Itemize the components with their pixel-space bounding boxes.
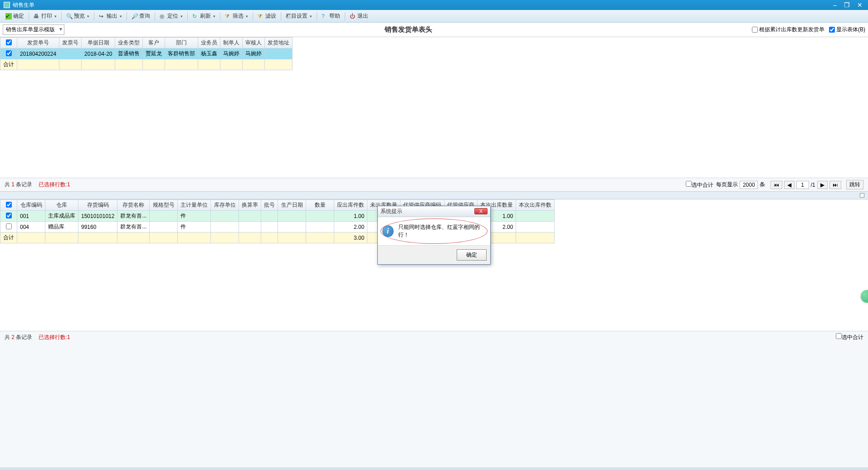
col-header[interactable]: 本次出库件数 [516, 200, 555, 211]
cell-wh-name: 赠品库 [45, 222, 78, 233]
chevron-down-icon: ▾ [54, 14, 57, 19]
perpage-unit: 条 [760, 181, 765, 189]
select-all-checkbox[interactable] [6, 39, 12, 45]
chevron-down-icon: ▾ [87, 14, 89, 19]
col-header[interactable]: 客户 [143, 38, 165, 48]
close-button[interactable]: ✕ [855, 1, 864, 9]
cell-dept: 客群销售部 [165, 48, 198, 59]
cell-unit: 件 [178, 211, 211, 222]
row-checkbox[interactable] [6, 213, 12, 218]
maximize-button[interactable]: ❐ [842, 1, 852, 9]
update-by-stock-input[interactable] [752, 27, 758, 33]
system-dialog: 系统提示 X i 只能同时选择仓库、红蓝字相同的行！ 确定 [377, 206, 491, 265]
show-body-input[interactable] [829, 27, 835, 33]
query-label: 查询 [139, 12, 150, 20]
col-header[interactable]: 存货名称 [117, 200, 150, 211]
toolbar-sep [61, 12, 62, 20]
col-header[interactable]: 单据日期 [82, 38, 115, 48]
total-selected-input[interactable] [836, 333, 842, 339]
perpage-input[interactable] [740, 181, 758, 189]
preview-button[interactable]: 🔍预览▾ [63, 11, 92, 21]
col-header[interactable]: 生产日期 [278, 200, 306, 211]
col-header[interactable]: 发票号 [59, 38, 82, 48]
update-by-stock-checkbox[interactable]: 根据累计出库数更新发货单 [752, 26, 824, 34]
template-select[interactable]: 销售出库单显示模版 [3, 24, 64, 35]
cell-inv-code: 15010101012 [78, 211, 117, 222]
expand-icon[interactable] [860, 193, 864, 198]
col-header[interactable]: 制单人 [220, 38, 243, 48]
col-header[interactable]: 发货地址 [265, 38, 293, 48]
exit-button[interactable]: ⏻退出 [347, 11, 371, 21]
dialog-ok-button[interactable]: 确定 [457, 249, 487, 261]
col-header[interactable]: 存货编码 [78, 200, 117, 211]
help-label: 帮助 [329, 12, 340, 20]
col-header[interactable]: 库存单位 [211, 200, 239, 211]
col-header[interactable]: 发货单号 [17, 38, 59, 48]
col-header[interactable]: 批号 [261, 200, 278, 211]
show-body-checkbox[interactable]: 显示表体(B) [829, 26, 865, 34]
cell-unit: 件 [178, 222, 211, 233]
print-button[interactable]: 🖶打印▾ [31, 11, 59, 21]
col-header[interactable]: 部门 [165, 38, 198, 48]
select-all-checkbox[interactable] [6, 202, 12, 208]
col-header[interactable]: 换算率 [239, 200, 261, 211]
colset-button[interactable]: 栏目设置▾ [283, 11, 315, 21]
next-page-button[interactable]: ▶ [817, 181, 828, 189]
output-button[interactable]: ↪输出▾ [96, 11, 125, 21]
upper-table-wrap: 发货单号 发票号 单据日期 业务类型 客户 部门 业务员 制单人 审核人 发货地… [0, 37, 868, 178]
confirm-button[interactable]: ✔确定 [3, 11, 27, 21]
total-row: 合计 [0, 59, 293, 70]
table-row[interactable]: 201804200224 2018-04-20 普通销售 贾延龙 客群销售部 杨… [0, 48, 293, 59]
col-header[interactable]: 主计量单位 [178, 200, 211, 211]
splitter-bar[interactable] [0, 191, 868, 199]
locate-button[interactable]: ◎定位▾ [157, 11, 185, 21]
row-checkbox[interactable] [6, 50, 12, 56]
col-header[interactable]: 数量 [306, 200, 334, 211]
page-title: 销售发货单表头 [64, 25, 752, 34]
col-header[interactable]: 仓库 [45, 200, 78, 211]
minimize-button[interactable]: – [831, 1, 839, 9]
exit-icon: ⏻ [350, 13, 356, 19]
total-selected-checkbox[interactable]: 选中合计 [686, 181, 713, 189]
filter-label: 筛选 [233, 12, 244, 20]
row-checkbox[interactable] [6, 223, 12, 229]
col-header[interactable]: 规格型号 [150, 200, 178, 211]
total-selected-input[interactable] [686, 181, 692, 187]
select-all-header[interactable] [0, 38, 17, 48]
refresh-button[interactable]: ↻刷新▾ [190, 11, 218, 21]
toolbar-sep [29, 12, 29, 20]
cell-spec [150, 222, 178, 233]
last-page-button[interactable]: ⏭ [829, 181, 841, 189]
total-selected-checkbox[interactable]: 选中合计 [836, 333, 863, 341]
select-all-header[interactable] [0, 200, 17, 211]
col-header[interactable]: 业务类型 [115, 38, 143, 48]
help-button[interactable]: ?帮助 [319, 11, 343, 21]
exit-label: 退出 [357, 12, 368, 20]
col-header[interactable]: 业务员 [198, 38, 220, 48]
filter-button[interactable]: ⧩筛选▾ [222, 11, 251, 21]
col-header[interactable]: 仓库编码 [17, 200, 45, 211]
cell-thispc [516, 211, 555, 222]
printer-icon: 🖶 [34, 13, 40, 19]
chevron-down-icon: ▾ [213, 14, 215, 19]
jump-button[interactable]: 跳转 [846, 180, 863, 189]
toolbar-sep [187, 12, 188, 20]
locate-icon: ◎ [160, 13, 166, 19]
filterset-button[interactable]: ⧩滤设 [255, 11, 279, 21]
cell-qty [306, 211, 334, 222]
col-header[interactable]: 审核人 [243, 38, 265, 48]
prev-page-button[interactable]: ◀ [784, 181, 795, 189]
query-button[interactable]: 🔎查询 [129, 11, 153, 21]
col-header[interactable]: 应出库件数 [334, 200, 367, 211]
toolbar-sep [94, 12, 94, 20]
first-page-button[interactable]: ⏮ [770, 181, 782, 189]
status-count: 2 [11, 334, 15, 340]
dialog-close-button[interactable]: X [474, 208, 488, 214]
cell-shouldout: 1.00 [334, 211, 367, 222]
status-prefix: 共 [5, 334, 10, 340]
page-input[interactable] [796, 181, 809, 189]
status-prefix: 共 [5, 181, 10, 188]
refresh-icon: ↻ [192, 13, 199, 19]
chevron-down-icon: ▾ [120, 14, 122, 19]
cell-customer: 贾延龙 [143, 48, 165, 59]
